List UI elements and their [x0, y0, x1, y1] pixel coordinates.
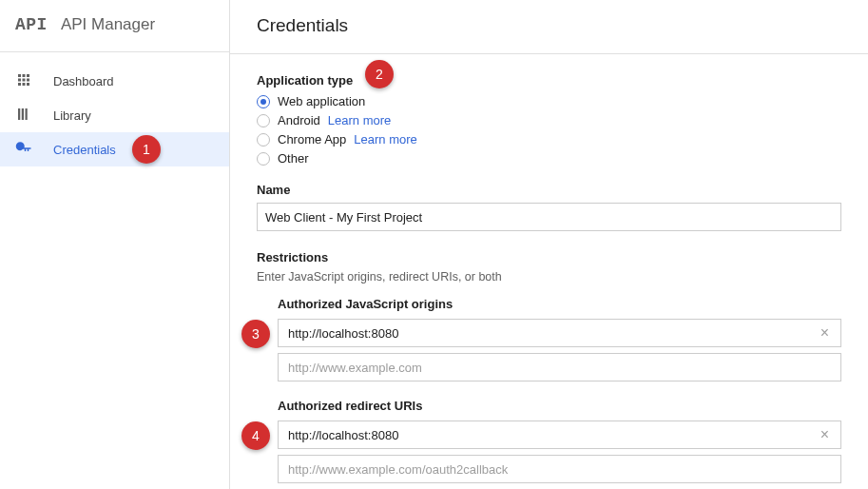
annotation-badge-4: 4 [241, 421, 270, 450]
js-origins-section: Authorized JavaScript origins 3 × [278, 297, 841, 381]
remove-icon[interactable]: × [817, 324, 833, 342]
radio-label: Other [278, 150, 309, 167]
sidebar-item-label: Dashboard [53, 74, 114, 88]
key-icon [15, 140, 32, 160]
radio-web-application[interactable]: Web application [257, 93, 841, 110]
radio-icon [257, 133, 270, 147]
js-origin-add-row [278, 353, 841, 381]
sidebar-item-label: Library [53, 108, 91, 123]
restrictions-desc: Enter JavaScript origins, redirect URIs,… [257, 270, 841, 284]
radio-label: Android [278, 112, 320, 129]
sidebar-item-label: Credentials [53, 143, 116, 157]
api-logo: API [15, 15, 48, 34]
js-origins-label: Authorized JavaScript origins [278, 297, 841, 311]
annotation-badge-1: 1 [132, 135, 161, 164]
app-type-label: Application type [257, 73, 841, 88]
app-type-radio-group: Web application Android Learn more Chrom… [257, 93, 841, 167]
redirect-uris-label: Authorized redirect URIs [278, 399, 841, 413]
sidebar-nav: Dashboard Library Credentials 1 [0, 52, 229, 166]
page-title: Credentials [257, 15, 348, 35]
sidebar-item-credentials[interactable]: Credentials 1 [0, 132, 229, 166]
sidebar-item-library[interactable]: Library [0, 98, 229, 132]
js-origin-add-input[interactable] [286, 360, 833, 376]
sidebar: API API Manager Dashboard Library Cred [0, 0, 230, 489]
learn-more-link[interactable]: Learn more [354, 131, 416, 148]
annotation-badge-2: 2 [365, 60, 394, 88]
js-origin-input[interactable] [286, 325, 817, 342]
radio-other[interactable]: Other [257, 150, 841, 167]
radio-icon [257, 152, 270, 166]
radio-label: Chrome App [278, 131, 346, 148]
redirect-uris-section: Authorized redirect URIs 4 × [278, 399, 841, 483]
redirect-uri-add-row [278, 455, 841, 483]
radio-icon [257, 95, 270, 108]
learn-more-link[interactable]: Learn more [328, 112, 391, 129]
radio-chrome-app[interactable]: Chrome App Learn more [257, 131, 841, 148]
js-origin-row: × [278, 319, 841, 347]
library-icon [15, 106, 32, 126]
dashboard-icon [15, 71, 32, 91]
content: Application type 2 Web application Andro… [230, 54, 868, 489]
redirect-uri-add-input[interactable] [286, 461, 833, 478]
product-title: API Manager [61, 15, 155, 34]
restrictions-label: Restrictions [257, 250, 841, 264]
radio-icon [257, 114, 270, 127]
redirect-uri-input[interactable] [286, 427, 817, 443]
annotation-badge-3: 3 [241, 320, 270, 348]
radio-android[interactable]: Android Learn more [257, 112, 841, 129]
main-header: Credentials [230, 0, 868, 54]
main: Credentials Application type 2 Web appli… [230, 0, 868, 489]
remove-icon[interactable]: × [817, 426, 833, 443]
sidebar-item-dashboard[interactable]: Dashboard [0, 64, 229, 98]
name-input[interactable] [257, 203, 841, 231]
redirect-uri-row: × [278, 421, 841, 449]
sidebar-header: API API Manager [0, 0, 229, 52]
radio-label: Web application [278, 93, 365, 110]
name-label: Name [257, 183, 841, 197]
